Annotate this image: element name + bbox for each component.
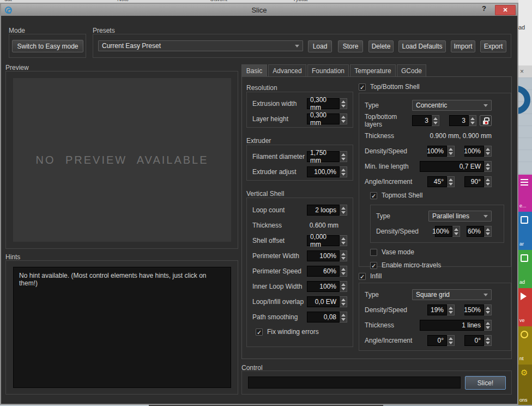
spinner-buttons[interactable] (340, 166, 347, 177)
fix-winding-errors-checkbox[interactable] (256, 329, 263, 336)
spinner-buttons[interactable] (340, 114, 347, 124)
extruder-adjust-input[interactable]: 100,0% (307, 166, 347, 177)
background-toolbar-button[interactable]: nt (518, 326, 532, 365)
tab-foundation[interactable]: Foundation (307, 64, 349, 76)
topmost-density-input[interactable]: 100% (435, 226, 460, 237)
load-button[interactable]: Load (308, 40, 332, 52)
slice-button[interactable]: Slice! (465, 376, 506, 390)
top-bottom-shell-toggle[interactable]: Top/Bottom Shell (359, 83, 420, 91)
store-button[interactable]: Store (338, 40, 363, 52)
filament-diameter-input[interactable]: 1,750 mm (307, 151, 347, 162)
import-button[interactable]: Import (451, 40, 475, 52)
lock-button[interactable] (480, 115, 492, 126)
topmost-type-dropdown[interactable]: Parallel lines (428, 211, 492, 222)
fix-winding-errors-checkbox-row[interactable]: Fix winding errors (256, 328, 347, 336)
spinner-buttons[interactable] (340, 312, 347, 323)
tbs-density-input[interactable]: 100% (427, 146, 455, 157)
extruder-group: Filament diameter 1,750 mm Extruder adju… (246, 145, 353, 181)
perimeter-width-input[interactable]: 100% (307, 250, 347, 261)
loop-infill-overlap-input[interactable]: 0,0 EW (307, 296, 347, 307)
spinner-buttons[interactable] (469, 115, 476, 126)
play-icon (521, 292, 527, 300)
window-title: Slice (1, 6, 517, 14)
infill-toggle[interactable]: Infill (359, 272, 382, 280)
vase-mode-checkbox[interactable] (370, 249, 377, 256)
spinner-buttons[interactable] (340, 151, 347, 162)
spinner-buttons[interactable] (452, 226, 460, 237)
infill-type-dropdown[interactable]: Square grid (412, 289, 492, 300)
tab-temperature[interactable]: Temperature (350, 64, 396, 76)
tab-basic[interactable]: Basic (241, 64, 267, 77)
switch-easy-mode-button[interactable]: Switch to Easy mode (12, 40, 83, 52)
min-line-length-input[interactable]: 0,7 EW (420, 161, 492, 172)
spinner-buttons[interactable] (447, 176, 455, 187)
spinner-buttons[interactable] (447, 335, 455, 346)
spinner-buttons[interactable] (340, 296, 347, 307)
preset-dropdown[interactable]: Current Easy Preset (98, 40, 303, 51)
background-toolbar-button[interactable]: ⚙ ons (518, 365, 532, 406)
top-layers-input[interactable]: 3 (412, 115, 439, 126)
tbs-increment-input[interactable]: 90° (464, 176, 492, 187)
spinner-buttons[interactable] (484, 176, 492, 187)
vase-mode-toggle[interactable]: Vase mode (370, 248, 492, 256)
load-defaults-button[interactable]: Load Defaults (398, 40, 446, 52)
topmost-shell-toggle[interactable]: Topmost Shell (370, 192, 492, 199)
tbs-type-dropdown[interactable]: Concentric (412, 100, 492, 111)
spinner-buttons[interactable] (447, 304, 455, 315)
background-toolbar-button[interactable]: e... (518, 175, 532, 212)
vs-thickness-value: 0.600 mm (310, 222, 338, 229)
inner-loop-width-input[interactable]: 100% (307, 281, 347, 292)
hint-text: No hint available. (Most control element… (19, 272, 207, 287)
spinner-buttons[interactable] (340, 266, 347, 277)
close-button[interactable]: ✕ (495, 5, 516, 15)
extruder-section-label: Extruder (246, 137, 271, 145)
perimeter-speed-input[interactable]: 60% (307, 266, 347, 277)
loop-count-input[interactable]: 2 loops (307, 205, 347, 216)
spinner-buttons[interactable] (447, 146, 455, 157)
infill-angle-input[interactable]: 0° (427, 335, 455, 346)
gear-icon: ⚙ (521, 369, 528, 377)
topmost-shell-checkbox[interactable] (370, 192, 377, 199)
spinner-buttons[interactable] (340, 281, 347, 292)
enable-micro-travels-toggle[interactable]: Enable micro-travels (370, 261, 492, 269)
spinner-buttons[interactable] (340, 235, 347, 246)
spinner-buttons[interactable] (484, 320, 492, 331)
path-smoothing-input[interactable]: 0,08 (307, 312, 347, 323)
tbs-speed-input[interactable]: 100% (464, 146, 492, 157)
topmost-type-label: Type (376, 212, 428, 220)
infill-thickness-input[interactable]: 1 lines (420, 320, 492, 331)
spinner-buttons[interactable] (340, 205, 347, 216)
infill-increment-input[interactable]: 0° (464, 335, 492, 346)
export-button[interactable]: Export (480, 40, 506, 52)
tab-advanced[interactable]: Advanced (268, 64, 306, 76)
craftware-logo-icon (518, 86, 530, 114)
tbs-angle-input[interactable]: 45° (427, 176, 455, 187)
enable-micro-travels-checkbox[interactable] (370, 262, 377, 269)
background-toolbar-button[interactable]: ve (518, 288, 532, 326)
delete-button[interactable]: Delete (368, 40, 394, 52)
extrusion-width-input[interactable]: 0,300 mm (307, 98, 347, 109)
bottom-layers-input[interactable]: 3 (449, 115, 476, 126)
preview-panel: NO PREVIEW AVAILABLE (13, 78, 231, 242)
spinner-buttons[interactable] (484, 335, 492, 346)
help-button[interactable]: ? (479, 4, 489, 13)
top-bottom-shell-checkbox[interactable] (359, 83, 366, 91)
infill-checkbox[interactable] (359, 273, 366, 280)
spinner-buttons[interactable] (340, 250, 347, 261)
background-toolbar-button[interactable]: ar (518, 212, 532, 250)
shell-offset-input[interactable]: 0,000 mm (307, 235, 347, 246)
spinner-buttons[interactable] (484, 304, 492, 315)
tab-gcode[interactable]: GCode (397, 64, 426, 76)
infill-speed-input[interactable]: 150% (464, 304, 492, 315)
topmost-speed-input[interactable]: 60% (467, 226, 492, 237)
background-toolbar-button[interactable]: ad (518, 250, 532, 288)
spinner-buttons[interactable] (340, 98, 347, 109)
spinner-buttons[interactable] (484, 226, 492, 237)
layer-height-input[interactable]: 0,300 mm (307, 114, 347, 124)
background-close-icon[interactable]: × (518, 65, 532, 77)
title-bar[interactable]: Slice ? ✕ (1, 4, 517, 16)
spinner-buttons[interactable] (484, 161, 492, 172)
spinner-buttons[interactable] (432, 115, 439, 126)
spinner-buttons[interactable] (484, 146, 492, 157)
infill-density-input[interactable]: 19% (427, 304, 455, 315)
